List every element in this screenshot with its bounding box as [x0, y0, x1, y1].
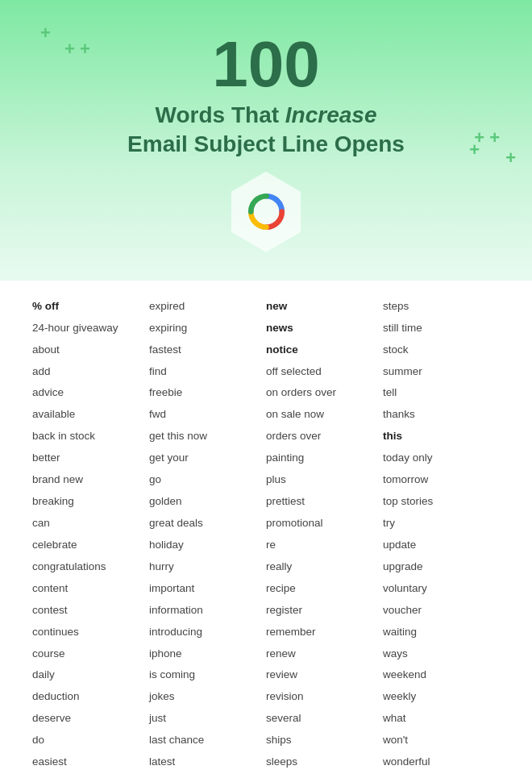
- words-section: % off 24-hour giveaway about add advice …: [0, 281, 532, 774]
- decoration-plus-4: +: [505, 149, 516, 167]
- header-section: + + + + + + + 100 Words That Increase Em…: [0, 0, 532, 281]
- list-item: find: [149, 362, 266, 382]
- list-item: won't: [383, 730, 500, 751]
- list-item: steps: [383, 297, 500, 317]
- subtitle-text-1: Words That: [156, 102, 285, 127]
- list-item: freebie: [149, 383, 266, 403]
- list-item: review: [266, 665, 383, 685]
- list-item: breaking: [32, 492, 149, 512]
- list-item: news: [266, 318, 383, 339]
- list-item: back in stock: [32, 427, 149, 447]
- coschedule-ring-icon: [244, 189, 289, 234]
- list-item: deserve: [32, 709, 149, 729]
- list-item: holiday: [149, 535, 266, 556]
- list-item: important: [149, 579, 266, 599]
- list-item: 24-hour giveaway: [32, 318, 149, 339]
- list-item: % off: [32, 297, 149, 317]
- list-item: jokes: [149, 687, 266, 707]
- list-item: new: [266, 297, 383, 317]
- list-item: do: [32, 730, 149, 751]
- list-item: better: [32, 448, 149, 468]
- list-item: information: [149, 601, 266, 621]
- list-item: orders over: [266, 427, 383, 447]
- list-item: just: [149, 709, 266, 729]
- list-item: on sale now: [266, 405, 383, 425]
- list-item: fwd: [149, 405, 266, 425]
- list-item: several: [266, 709, 383, 729]
- list-item: contest: [32, 601, 149, 621]
- list-item: course: [32, 644, 149, 664]
- list-item: today only: [383, 448, 500, 468]
- list-item: great deals: [149, 514, 266, 534]
- logo-hex: [226, 172, 306, 252]
- list-item: upgrade: [383, 557, 500, 577]
- list-item: available: [32, 405, 149, 425]
- list-item: fastest: [149, 340, 266, 360]
- list-item: promotional: [266, 514, 383, 534]
- list-item: brand new: [32, 470, 149, 490]
- list-item: stock: [383, 340, 500, 360]
- list-item: tell: [383, 383, 500, 403]
- subtitle-text-2: Email Subject Line Opens: [127, 131, 405, 156]
- list-item: this: [383, 427, 500, 447]
- list-item: voluntary: [383, 579, 500, 599]
- list-item: expiring: [149, 318, 266, 339]
- list-item: voucher: [383, 601, 500, 621]
- list-item: expired: [149, 297, 266, 317]
- list-item: latest: [149, 752, 266, 772]
- decoration-plus-1: +: [40, 24, 51, 42]
- list-item: get this now: [149, 427, 266, 447]
- list-item: notice: [266, 340, 383, 360]
- list-item: sleeps: [266, 752, 383, 772]
- list-item: deduction: [32, 687, 149, 707]
- words-grid: % off 24-hour giveaway about add advice …: [32, 297, 500, 774]
- list-item: update: [383, 535, 500, 556]
- list-item: hurry: [149, 557, 266, 577]
- list-item: register: [266, 601, 383, 621]
- word-column-3: new news notice off selected on orders o…: [266, 297, 383, 774]
- list-item: introducing: [149, 622, 266, 643]
- word-column-1: % off 24-hour giveaway about add advice …: [32, 297, 149, 774]
- list-item: about: [32, 340, 149, 360]
- list-item: prettiest: [266, 492, 383, 512]
- word-column-4: steps still time stock summer tell thank…: [383, 297, 500, 774]
- list-item: advice: [32, 383, 149, 403]
- list-item: celebrate: [32, 535, 149, 556]
- decoration-plus-5: +: [469, 141, 480, 159]
- list-item: plus: [266, 470, 383, 490]
- decoration-plus-2: + +: [64, 40, 90, 58]
- list-item: ways: [383, 644, 500, 664]
- list-item: congratulations: [32, 557, 149, 577]
- list-item: tomorrow: [383, 470, 500, 490]
- list-item: weekend: [383, 665, 500, 685]
- list-item: last chance: [149, 730, 266, 751]
- list-item: thanks: [383, 405, 500, 425]
- list-item: golden: [149, 492, 266, 512]
- list-item: weekly: [383, 687, 500, 707]
- list-item: re: [266, 535, 383, 556]
- subtitle-italic: Increase: [285, 102, 377, 127]
- list-item: get your: [149, 448, 266, 468]
- list-item: revision: [266, 687, 383, 707]
- number-display: 100: [16, 32, 516, 97]
- list-item: continues: [32, 622, 149, 643]
- list-item: content: [32, 579, 149, 599]
- list-item: daily: [32, 665, 149, 685]
- list-item: painting: [266, 448, 383, 468]
- list-item: easiest: [32, 752, 149, 772]
- list-item: on orders over: [266, 383, 383, 403]
- list-item: can: [32, 514, 149, 534]
- list-item: recipe: [266, 579, 383, 599]
- list-item: wonderful: [383, 752, 500, 772]
- list-item: top stories: [383, 492, 500, 512]
- list-item: what: [383, 709, 500, 729]
- list-item: waiting: [383, 622, 500, 643]
- list-item: ships: [266, 730, 383, 751]
- list-item: go: [149, 470, 266, 490]
- list-item: really: [266, 557, 383, 577]
- list-item: is coming: [149, 665, 266, 685]
- list-item: still time: [383, 318, 500, 339]
- word-column-2: expired expiring fastest find freebie fw…: [149, 297, 266, 774]
- list-item: iphone: [149, 644, 266, 664]
- list-item: summer: [383, 362, 500, 382]
